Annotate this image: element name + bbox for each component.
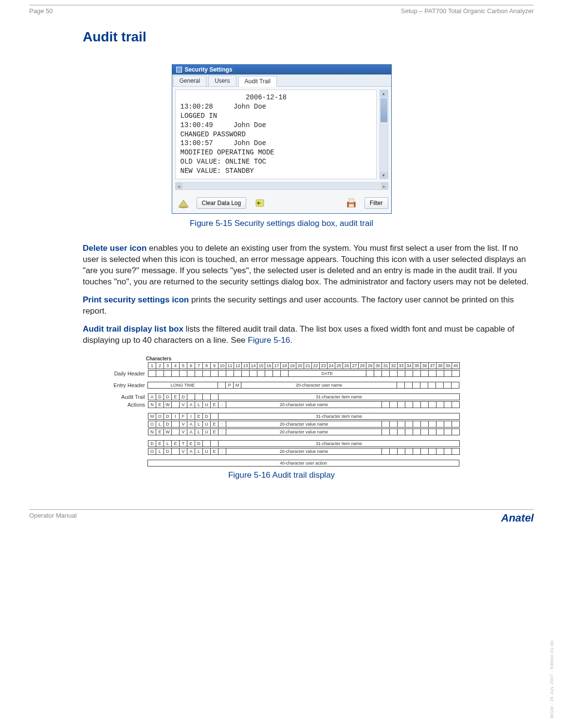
grid-cell [428, 382, 436, 389]
delete-user-icon[interactable] [175, 196, 192, 210]
grid-cell [218, 370, 226, 377]
grid-wide-cell: 20-character value name [226, 421, 382, 428]
grid-cell [444, 370, 452, 377]
lead-delete-user: Delete user icon [83, 243, 146, 253]
characters-label: Characters [146, 356, 534, 361]
grid-cell [444, 448, 452, 455]
grid-cell: L [156, 421, 164, 428]
grid-cell: N [148, 401, 156, 408]
grid-cell [413, 421, 421, 428]
grid-cell [226, 370, 234, 377]
grid-wide-cell: 20-character value name [226, 401, 382, 408]
window-title-text: Security Settings [185, 66, 233, 73]
grid-cell [272, 370, 281, 377]
grid-cell: U [202, 401, 211, 408]
tab-general[interactable]: General [173, 75, 207, 86]
grid-cell [413, 429, 421, 435]
grid-cell: L [195, 401, 203, 408]
grid-cell [436, 401, 444, 408]
tab-users[interactable]: Users [208, 75, 236, 86]
grid-cell: U [202, 429, 211, 435]
window-titlebar: Security Settings [172, 65, 391, 75]
grid-cell: V [179, 448, 187, 455]
vertical-scrollbar[interactable]: ▴ ▾ [380, 90, 388, 179]
grid-wide-cell: 20-character value name [226, 448, 382, 455]
tab-audit-trail[interactable]: Audit Trail [238, 76, 277, 87]
grid-cell [436, 421, 444, 428]
grid-cell [404, 382, 413, 389]
grid-cell: A [187, 448, 195, 455]
grid-cell [187, 393, 195, 400]
grid-cell: D [163, 413, 172, 420]
grid-cell: L [156, 448, 164, 455]
grid-cell: 6 [187, 362, 195, 369]
svg-rect-3 [349, 204, 354, 207]
grid-cell [452, 429, 460, 435]
grid-wide-cell: 31-character item name [218, 413, 460, 420]
grid-cell [413, 448, 421, 455]
grid-cell: V [179, 421, 187, 428]
grid-cell: D [179, 393, 187, 400]
grid-cell: 26 [343, 362, 351, 369]
grid-cell [420, 370, 429, 377]
grid-cell [257, 370, 265, 377]
scroll-down-icon[interactable]: ▾ [380, 172, 388, 179]
grid-wide-cell: 31-character item name [218, 440, 460, 447]
grid-wide-cell: LONG TIME [147, 382, 218, 389]
scroll-left-icon[interactable]: ◂ [176, 183, 182, 189]
grid-cell [420, 401, 429, 408]
grid-cell [397, 401, 405, 408]
grid-cell: A [187, 429, 195, 435]
grid-cell: 33 [397, 362, 405, 369]
undo-icon[interactable] [251, 196, 268, 210]
scroll-up-icon[interactable]: ▴ [380, 90, 388, 97]
grid-cell [397, 370, 405, 377]
grid-cell [443, 382, 452, 389]
grid-cell: 39 [444, 362, 452, 369]
grid-cell [171, 370, 180, 377]
grid-cell [210, 370, 218, 377]
grid-cell [381, 370, 390, 377]
scroll-thumb[interactable] [381, 98, 387, 122]
grid-cell [210, 413, 218, 420]
grid-cell: D [156, 393, 164, 400]
grid-cell: : [218, 429, 226, 435]
grid-cell [436, 382, 444, 389]
grid-cell: O [148, 448, 156, 455]
grid-cell [452, 370, 460, 377]
row-label-daily-header: Daily Header [83, 370, 148, 377]
grid-wide-cell: 20-character value name [226, 429, 382, 435]
grid-cell: 3 [163, 362, 172, 369]
link-figure-5-16[interactable]: Figure 5-16 [248, 336, 290, 345]
scroll-right-icon[interactable]: ▸ [381, 183, 388, 189]
grid-cell: M [233, 382, 241, 389]
row-label-entry-header: Entry Header [83, 382, 148, 389]
clear-data-log-button[interactable]: Clear Data Log [197, 197, 247, 209]
print-security-settings-icon[interactable] [343, 196, 360, 210]
grid-cell: D [163, 421, 172, 428]
grid-cell [249, 370, 257, 377]
grid-cell [195, 370, 203, 377]
svg-rect-2 [349, 199, 354, 203]
grid-cell: T [179, 440, 187, 447]
grid-cell [389, 401, 398, 408]
page-number: Page 50 [29, 7, 53, 15]
grid-cell: 11 [226, 362, 234, 369]
grid-cell [452, 448, 460, 455]
grid-cell [397, 421, 405, 428]
grid-cell: 32 [389, 362, 398, 369]
grid-cell: 10 [218, 362, 226, 369]
grid-cell: D [148, 440, 156, 447]
grid-cell: L [195, 421, 203, 428]
horizontal-scrollbar[interactable]: ◂ ▸ [175, 182, 388, 190]
filter-button[interactable]: Filter [364, 197, 388, 209]
grid-cell [397, 429, 405, 435]
grid-cell: 40 [452, 362, 460, 369]
grid-cell: 19 [288, 362, 296, 369]
grid-cell [444, 429, 452, 435]
grid-cell [420, 421, 429, 428]
grid-cell: 35 [413, 362, 421, 369]
grid-cell: 30 [374, 362, 382, 369]
grid-cell: 5 [179, 362, 187, 369]
audit-log-text: 2006-12-18 13:00:28 John Doe LOGGED IN 1… [175, 90, 377, 179]
